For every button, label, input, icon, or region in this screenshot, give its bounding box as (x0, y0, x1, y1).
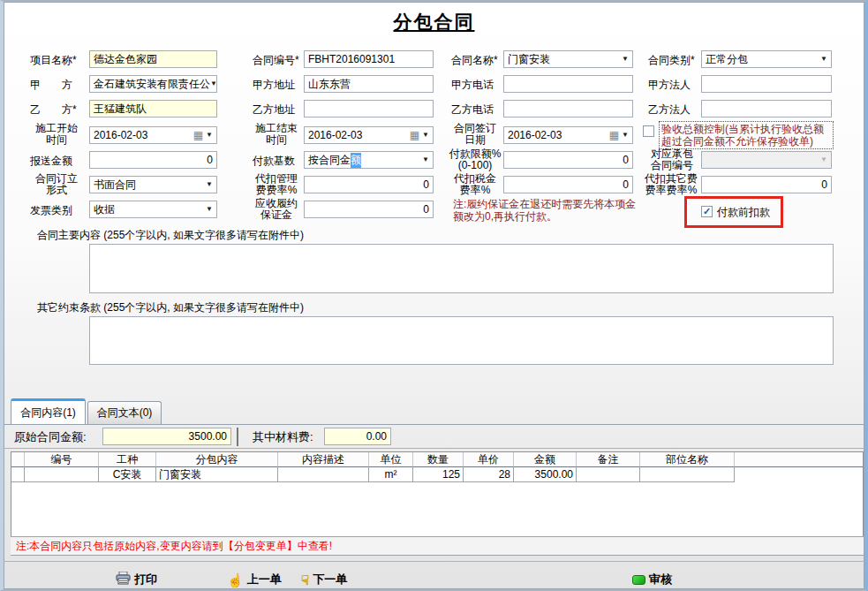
party-a-phone-label: 甲方电话 (451, 79, 494, 91)
grid-cell[interactable] (640, 467, 735, 482)
original-amount-label: 原始合同金额: (14, 431, 87, 443)
grid-cell[interactable]: 125 (413, 467, 464, 482)
party-b-input[interactable]: 王猛建筑队 (89, 100, 217, 117)
grid-cell[interactable]: 28 (464, 467, 514, 482)
end-date-picker[interactable]: 2016-02-03▦▼ (304, 126, 434, 144)
start-date-picker[interactable]: 2016-02-03▦▼ (89, 126, 217, 144)
toolbar-divider (4, 561, 864, 562)
guarantee-note: 注:履约保证金在退还时需要先将本项金额改为0,再执行付款。 (453, 198, 640, 223)
grid-cell[interactable]: C安装 (99, 467, 156, 482)
acceptance-control-checkbox[interactable]: ✓ (643, 125, 654, 137)
tab-contract-text[interactable]: 合同文本(0) (87, 401, 162, 424)
next-order-button[interactable]: ☟ 下一单 (301, 570, 347, 589)
chevron-down-icon: ▼ (820, 156, 827, 163)
project-name-input[interactable]: 德达金色家园 (89, 50, 217, 68)
main-content-textarea[interactable] (89, 244, 834, 293)
tab-contract-content[interactable]: 合同内容(1) (11, 398, 86, 424)
selected-text: 额 (351, 153, 361, 168)
acceptance-control-checkbox-label[interactable]: 验收总额控制(当累计执行验收总额超过合同金额不允许保存验收单) (659, 121, 834, 149)
management-fee-label: 代扣管理 费费率% (251, 173, 302, 196)
party-b-label: 乙 方* (30, 103, 77, 116)
report-amount-label: 报送金额 (30, 155, 72, 167)
material-fee-input[interactable]: 0.00 (324, 428, 391, 445)
party-a-phone-input[interactable] (503, 75, 633, 93)
tax-fee-input[interactable]: 0 (503, 176, 633, 193)
grid-cell[interactable] (25, 467, 99, 482)
chevron-down-icon: ▼ (206, 132, 213, 139)
deduct-before-payment-checkbox[interactable]: ✓ (701, 206, 713, 217)
grid-header-cell[interactable]: 单位 (369, 452, 413, 467)
table-row[interactable]: C安装 门窗安装 m² 125 28 3500.00 (11, 467, 863, 482)
contract-no-label: 合同编号* (253, 54, 299, 66)
grid-cell[interactable]: m² (369, 467, 413, 482)
audit-button[interactable]: 审核 (632, 570, 672, 589)
chevron-down-icon: ▼ (206, 206, 213, 213)
party-a-legal-input[interactable] (701, 75, 832, 93)
corresponding-contract-no-label: 对应承包 合同编号 (646, 148, 698, 171)
other-terms-textarea[interactable] (89, 316, 834, 365)
grid-cell[interactable]: 门窗安装 (156, 467, 278, 482)
other-fee-label: 代扣其它费 费率费率% (641, 173, 701, 196)
grid-header-cell[interactable]: 编号 (25, 452, 99, 467)
contract-form-dropdown[interactable]: 书面合同▼ (89, 176, 217, 193)
bottom-note-bar: 注:本合同内容只包括原始内容,变更内容请到【分包变更单】中查看! (11, 536, 864, 556)
grid-row-selector[interactable] (11, 467, 25, 482)
print-button[interactable]: 打印 (116, 570, 157, 589)
grid-cell[interactable] (278, 467, 369, 482)
end-date-label: 施工结束 时间 (251, 123, 302, 146)
invoice-type-dropdown[interactable]: 收据▼ (89, 201, 217, 218)
grid-cell[interactable]: 3500.00 (514, 467, 577, 482)
project-name-label: 项目名称* (30, 54, 77, 66)
grid-header-cell[interactable]: 备注 (577, 452, 640, 467)
bottom-note: 注:本合同内容只包括原始内容,变更内容请到【分包变更单】中查看! (16, 539, 332, 554)
chevron-down-icon: ▼ (422, 132, 429, 139)
management-fee-input[interactable]: 0 (304, 176, 434, 193)
payment-limit-input[interactable]: 0 (503, 151, 633, 169)
contract-name-dropdown[interactable]: 门窗安装▼ (503, 50, 633, 68)
contract-type-dropdown[interactable]: 正常分包▼ (701, 50, 832, 68)
payment-base-label: 付款基数 (253, 155, 295, 167)
contract-items-grid: 编号 工种 分包内容 内容描述 单位 数量 单价 金额 备注 部位名称 C安装 … (11, 451, 864, 537)
original-amount-input[interactable]: 3500.00 (102, 428, 231, 445)
grid-header-cell[interactable]: 单价 (464, 452, 514, 467)
hand-down-icon: ☟ (301, 573, 309, 587)
other-terms-label: 其它约束条款 (255个字以内, 如果文字很多请写在附件中) (37, 301, 304, 314)
grid-header-cell[interactable]: 数量 (413, 452, 464, 467)
tab-divider (4, 424, 864, 425)
party-b-phone-label: 乙方电话 (451, 103, 494, 116)
calendar-icon: ▦ (609, 130, 619, 140)
chevron-down-icon: ▼ (210, 80, 217, 87)
sign-date-picker[interactable]: 2016-02-03▦▼ (503, 126, 633, 144)
party-b-address-input[interactable] (304, 100, 434, 117)
page-title: 分包合同 (4, 10, 864, 34)
previous-order-button[interactable]: ☝ 上一单 (227, 570, 282, 589)
party-a-dropdown[interactable]: 金石建筑安装有限责任公▼ (89, 75, 217, 93)
party-b-legal-input[interactable] (701, 100, 832, 117)
chevron-down-icon: ▼ (206, 181, 213, 188)
payment-base-dropdown[interactable]: 按合同金额▼ (304, 151, 434, 169)
contract-no-input[interactable]: FBHT2016091301 (304, 50, 434, 68)
report-amount-input[interactable]: 0 (89, 151, 217, 169)
deduct-before-payment-label[interactable]: 付款前扣款 (717, 206, 770, 218)
grid-header-cell[interactable]: 部位名称 (640, 452, 735, 467)
audit-green-icon (632, 575, 645, 585)
start-date-label: 施工开始 时间 (28, 123, 85, 146)
guarantee-input[interactable]: 0 (304, 201, 434, 218)
grid-header-cell[interactable]: 工种 (99, 452, 156, 467)
grid-header-cell[interactable]: 金额 (514, 452, 577, 467)
grid-cell[interactable] (577, 467, 640, 482)
grid-header-cell[interactable]: 内容描述 (278, 452, 369, 467)
grid-header-cell[interactable]: 分包内容 (156, 452, 278, 467)
guarantee-label: 应收履约 保证金 (251, 198, 302, 221)
main-content-label: 合同主要内容 (255个字以内, 如果文字很多请写在附件中) (37, 229, 304, 241)
contract-form-label: 合同订立 形式 (28, 173, 85, 196)
party-b-legal-label: 乙方法人 (648, 103, 691, 116)
other-fee-input[interactable]: 0 (701, 176, 832, 193)
party-a-label: 甲 方 (30, 79, 72, 91)
sign-date-label: 合同签订 日期 (449, 123, 501, 146)
calendar-icon: ▦ (193, 130, 203, 140)
chevron-down-icon: ▼ (622, 132, 629, 139)
party-b-phone-input[interactable] (503, 100, 633, 117)
party-a-legal-label: 甲方法人 (648, 79, 691, 91)
party-a-address-input[interactable]: 山东东营 (304, 75, 434, 93)
